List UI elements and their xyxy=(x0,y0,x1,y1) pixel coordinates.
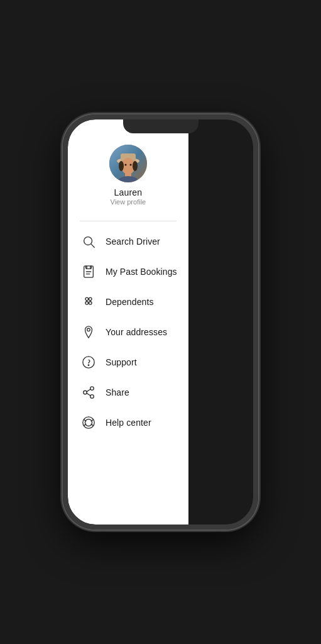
svg-point-32 xyxy=(90,395,94,399)
svg-line-33 xyxy=(87,389,90,392)
search-icon xyxy=(80,233,97,250)
sidebar-item-label: Search Driver xyxy=(106,236,160,247)
location-icon xyxy=(80,324,97,340)
sidebar-item-addresses[interactable]: Your addresses xyxy=(80,317,182,347)
sidebar-item-label: Dependents xyxy=(106,297,154,307)
support-icon xyxy=(80,354,97,370)
svg-point-4 xyxy=(119,161,124,171)
svg-line-40 xyxy=(91,424,93,425)
menu-items-list: Search Driver xyxy=(68,226,188,438)
screen: Lauren View profile Search Driver xyxy=(68,119,253,525)
svg-point-27 xyxy=(87,328,90,331)
sidebar-item-dependents[interactable]: Dependents xyxy=(80,287,182,317)
svg-line-34 xyxy=(87,393,90,396)
svg-point-8 xyxy=(124,164,126,166)
avatar[interactable] xyxy=(109,145,147,182)
sidebar-item-search-driver[interactable]: Search Driver xyxy=(80,226,182,257)
svg-point-10 xyxy=(84,237,92,245)
phone-shell: Lauren View profile Search Driver xyxy=(63,114,258,530)
bookings-icon xyxy=(80,264,97,280)
dark-overlay-panel xyxy=(188,119,253,525)
svg-point-9 xyxy=(129,164,131,166)
sidebar-item-label: My Past Bookings xyxy=(106,267,177,277)
svg-line-38 xyxy=(91,419,93,421)
dependents-icon xyxy=(80,294,97,310)
svg-rect-15 xyxy=(85,266,87,269)
share-icon xyxy=(80,384,97,401)
help-icon xyxy=(80,414,97,431)
sidebar-item-support[interactable]: Support xyxy=(80,347,182,377)
svg-rect-16 xyxy=(90,266,92,269)
svg-line-11 xyxy=(91,244,94,247)
sidebar-item-label: Help center xyxy=(106,418,151,428)
notch xyxy=(123,119,199,133)
divider xyxy=(80,221,176,221)
svg-point-29 xyxy=(88,365,89,365)
svg-line-37 xyxy=(84,419,86,421)
svg-point-35 xyxy=(83,417,94,428)
svg-point-36 xyxy=(85,419,92,426)
sidebar-item-share[interactable]: Share xyxy=(80,377,182,408)
svg-point-5 xyxy=(133,161,138,171)
sidebar-item-help-center[interactable]: Help center xyxy=(80,408,182,438)
svg-line-39 xyxy=(84,424,86,425)
svg-point-30 xyxy=(90,387,94,391)
sidebar-item-label: Support xyxy=(106,357,137,367)
menu-panel: Lauren View profile Search Driver xyxy=(68,119,188,525)
sidebar-item-label: Share xyxy=(106,387,129,397)
sidebar-item-past-bookings[interactable]: My Past Bookings xyxy=(80,257,182,287)
view-profile-link[interactable]: View profile xyxy=(111,198,146,206)
svg-point-31 xyxy=(84,391,87,394)
profile-section: Lauren View profile xyxy=(68,145,188,214)
sidebar-item-label: Your addresses xyxy=(106,327,167,337)
profile-name: Lauren xyxy=(114,187,142,197)
